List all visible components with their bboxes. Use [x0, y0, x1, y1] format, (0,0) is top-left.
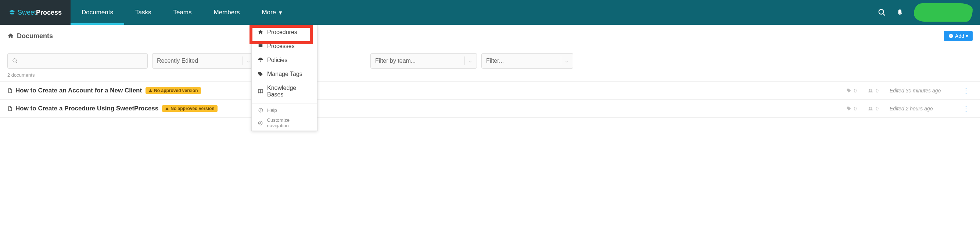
tag-icon — [846, 88, 851, 93]
svg-point-11 — [869, 107, 871, 109]
nav-more[interactable]: More ▾ — [251, 0, 293, 25]
filter-select[interactable]: Filter... ⌄ — [481, 53, 573, 69]
logo-text: SweetProcess — [18, 9, 62, 16]
home-icon — [258, 29, 264, 35]
more-dropdown: Procedures Processes Policies Manage Tag… — [251, 25, 318, 118]
avatar[interactable] — [914, 3, 973, 22]
svg-point-10 — [871, 90, 872, 91]
svg-point-12 — [871, 108, 872, 109]
document-count: 2 documents — [0, 72, 980, 81]
document-list: How to Create an Account for a New Clien… — [0, 81, 980, 118]
edited-timestamp: Edited 2 hours ago — [889, 106, 948, 112]
top-nav-bar: SweetProcess Documents Tasks Teams Membe… — [0, 0, 980, 25]
plus-circle-icon — [948, 33, 953, 38]
dropdown-policies[interactable]: Policies — [252, 53, 317, 67]
breadcrumb[interactable]: Documents — [7, 32, 53, 40]
dropdown-policies-label: Policies — [267, 57, 287, 63]
document-icon — [7, 88, 13, 93]
svg-point-0 — [879, 9, 884, 14]
tag-icon — [846, 106, 851, 111]
document-icon — [7, 106, 13, 112]
people-icon — [867, 88, 873, 93]
document-meta: 0 0 Edited 30 minutes ago ⋮ — [846, 86, 973, 95]
document-meta: 0 0 Edited 2 hours ago ⋮ — [846, 104, 973, 113]
document-row[interactable]: How to Create an Account for a New Clien… — [0, 81, 980, 100]
nav-tasks[interactable]: Tasks — [124, 0, 162, 25]
search-icon — [12, 58, 18, 64]
document-row[interactable]: How to Create a Procedure Using SweetPro… — [0, 100, 980, 118]
add-button-label: Add — [955, 33, 964, 39]
nav-documents[interactable]: Documents — [70, 0, 124, 25]
dropdown-customize-nav[interactable]: Customize navigation — [252, 115, 317, 118]
book-icon — [258, 89, 264, 94]
dropdown-knowledge-bases[interactable]: Knowledge Bases — [252, 81, 317, 101]
dropdown-customize-nav-label: Customize navigation — [267, 117, 311, 118]
dropdown-procedures[interactable]: Procedures — [252, 25, 317, 39]
search-icon[interactable] — [878, 8, 886, 16]
dropdown-knowledge-bases-label: Knowledge Bases — [267, 85, 311, 98]
dropdown-procedures-label: Procedures — [267, 29, 297, 36]
topbar-right — [878, 0, 980, 25]
document-title: How to Create an Account for a New Clien… — [16, 87, 142, 94]
svg-point-7 — [13, 58, 16, 62]
nav-teams[interactable]: Teams — [162, 0, 202, 25]
svg-line-1 — [883, 14, 885, 16]
processes-icon — [258, 43, 264, 49]
tag-count: 0 — [846, 88, 856, 93]
dropdown-processes[interactable]: Processes — [252, 39, 317, 53]
status-badge: No approved version — [162, 105, 217, 112]
people-icon — [867, 106, 873, 111]
row-menu-button[interactable]: ⋮ — [959, 104, 973, 113]
help-icon — [258, 107, 264, 113]
dropdown-divider — [252, 103, 317, 103]
umbrella-icon — [258, 57, 264, 63]
nav-more-label: More — [262, 9, 276, 16]
dropdown-help[interactable]: Help — [252, 105, 317, 115]
chevron-down-icon: ⌄ — [561, 57, 568, 65]
dropdown-manage-tags[interactable]: Manage Tags — [252, 67, 317, 81]
warning-icon — [148, 89, 153, 93]
home-icon — [7, 33, 14, 39]
logo[interactable]: SweetProcess — [0, 0, 70, 25]
svg-line-8 — [16, 62, 17, 63]
search-input[interactable] — [7, 53, 148, 69]
dropdown-manage-tags-label: Manage Tags — [267, 71, 302, 77]
filter-select-label: Filter... — [486, 58, 504, 64]
chevron-down-icon: ⌄ — [242, 57, 250, 65]
edited-timestamp: Edited 30 minutes ago — [889, 88, 948, 93]
document-title: How to Create a Procedure Using SweetPro… — [16, 105, 158, 112]
main-nav: Documents Tasks Teams Members More ▾ — [70, 0, 293, 25]
watcher-count: 0 — [867, 106, 878, 112]
tag-count: 0 — [846, 106, 856, 112]
caret-down-icon: ▾ — [966, 33, 968, 39]
svg-rect-2 — [259, 44, 263, 47]
watcher-count: 0 — [867, 88, 878, 93]
team-filter-label: Filter by team... — [375, 58, 415, 64]
caret-down-icon: ▾ — [279, 9, 282, 16]
row-menu-button[interactable]: ⋮ — [959, 86, 973, 95]
logo-icon — [9, 9, 16, 16]
badge-label: No approved version — [154, 88, 198, 93]
dropdown-processes-label: Processes — [267, 43, 295, 49]
team-filter-select[interactable]: Filter by team... ⌄ — [371, 53, 477, 69]
sort-select-label: Recently Edited — [157, 58, 198, 64]
tag-icon — [258, 71, 264, 77]
dropdown-help-label: Help — [267, 108, 277, 113]
warning-icon — [165, 107, 169, 111]
status-badge: No approved version — [145, 87, 200, 94]
page-header: Documents Add ▾ — [0, 25, 980, 47]
svg-point-9 — [869, 89, 871, 90]
sort-select[interactable]: Recently Edited ⌄ — [152, 53, 255, 69]
nav-members[interactable]: Members — [203, 0, 251, 25]
add-button[interactable]: Add ▾ — [944, 31, 973, 41]
breadcrumb-label: Documents — [17, 32, 53, 40]
badge-label: No approved version — [170, 106, 214, 111]
filter-bar: Recently Edited ⌄ Filter by team... ⌄ Fi… — [0, 47, 980, 72]
bell-icon[interactable] — [896, 9, 904, 16]
chevron-down-icon: ⌄ — [465, 57, 472, 65]
